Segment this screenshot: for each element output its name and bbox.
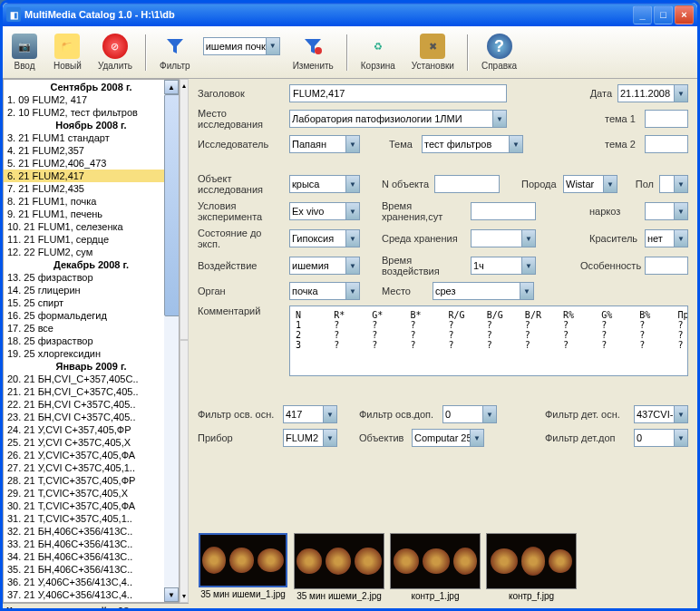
thumbnail[interactable]: 35 мин ишеми_1.jpg: [198, 533, 288, 601]
tree-item[interactable]: 15. 25 спирт: [4, 296, 179, 309]
field-acttime[interactable]: 1ч▼: [471, 257, 536, 275]
tree-item[interactable]: 11. 21 FLUM1, сердце: [4, 233, 179, 246]
field-sex[interactable]: ▼: [659, 175, 688, 193]
label-place: Место исследования: [198, 108, 284, 130]
scroll-down-icon[interactable]: ▼: [164, 587, 179, 602]
tree-item[interactable]: 3. 21 FLUM1 стандарт: [4, 131, 179, 144]
field-device[interactable]: FLUM2▼: [283, 429, 337, 447]
scroll-thumb[interactable]: [164, 94, 179, 316]
toolbar-modify-button[interactable]: Изменить: [289, 32, 337, 73]
tree-item[interactable]: 12. 22 FLUM2, сум: [4, 246, 179, 258]
field-storetime[interactable]: [471, 202, 536, 220]
label-fltd-add: Фильтр дет.доп: [545, 432, 628, 443]
tree-item[interactable]: 30. 21 Т,CVIC+357C,405,ФА: [4, 499, 179, 512]
label-device: Прибор: [198, 432, 277, 443]
tree-item[interactable]: 27. 21 У,CVI C+357C,405,1..: [4, 461, 179, 474]
field-objective[interactable]: Computar 25▼: [412, 429, 484, 447]
tree-item[interactable]: 28. 21 Т,CVIC+357C,405,ФР: [4, 474, 179, 487]
tree-item[interactable]: 22. 21 БН,CVI C+357C,405..: [4, 398, 179, 411]
tree-item[interactable]: 34. 21 БН,406С+356/413С..: [4, 550, 179, 563]
field-fltd-add[interactable]: 0▼: [634, 429, 688, 447]
tree-item[interactable]: 7. 21 FLUM2,435: [4, 182, 179, 195]
scroll-up-icon[interactable]: ▲: [164, 80, 179, 94]
thumbnail-strip: 35 мин ишеми_1.jpg35 мин ишеми_2.jpgконт…: [198, 529, 688, 605]
field-placeorg[interactable]: срез▼: [433, 282, 534, 300]
toolbar-delete-button[interactable]: ⊘ Удалить: [94, 32, 136, 73]
field-investigator[interactable]: Папаян▼: [289, 135, 360, 153]
field-date[interactable]: 21.11.2008▼: [617, 84, 688, 102]
field-flt-main[interactable]: 417▼: [283, 405, 337, 423]
tree-item[interactable]: 21. 21 БН,CVI_C+357C,405..: [4, 385, 179, 398]
field-theme2[interactable]: [645, 135, 688, 153]
tree-item[interactable]: 33. 21 БН,406С+356/413С..: [4, 538, 179, 550]
field-feature[interactable]: [645, 257, 688, 275]
label-state: Состояние до эксп.: [198, 228, 284, 249]
field-place[interactable]: Лаборатория патофизиологии 1ЛМИ▼: [289, 110, 507, 128]
tree-item[interactable]: 36. 21 У,406С+356/413С,4..: [4, 576, 179, 588]
tree-item[interactable]: 24. 21 У,CVI C+357,405,ФР: [4, 423, 179, 436]
field-narcose[interactable]: ▼: [645, 202, 688, 220]
tree-item[interactable]: 13. 25 физраствор: [4, 271, 179, 284]
tree-item[interactable]: 18. 25 физраствор: [4, 335, 179, 347]
field-theme1[interactable]: [645, 110, 688, 128]
field-state[interactable]: Гипоксия▼: [289, 229, 360, 247]
label-medium: Среда хранения: [382, 233, 465, 244]
tree-item[interactable]: 4. 21 FLUM2,357: [4, 144, 179, 157]
tree-month-header: Январь 2009 г.: [4, 360, 179, 373]
field-nobject[interactable]: [434, 175, 500, 193]
funnel-edit-icon: [300, 34, 326, 59]
label-theme1: тема 1: [605, 113, 639, 124]
toolbar-bin-button[interactable]: ♻ Корзина: [357, 32, 399, 73]
field-cond[interactable]: Ex vivo▼: [289, 202, 360, 220]
field-flt-add[interactable]: 0▼: [442, 405, 497, 423]
field-comment[interactable]: N R* G* B* R/G B/G B/R R% G% B% Примечан…: [289, 306, 688, 376]
minimize-button[interactable]: _: [633, 5, 652, 24]
field-object[interactable]: крыса▼: [289, 175, 360, 193]
filter-combo[interactable]: ишемия почки▼: [203, 37, 280, 55]
thumbnail[interactable]: 35 мин ишеми_2.jpg: [294, 533, 384, 601]
toolbar-settings-button[interactable]: ✖ Установки: [408, 32, 458, 73]
toolbar-filter-button[interactable]: Фильтр: [156, 32, 194, 73]
field-action[interactable]: ишемия▼: [289, 257, 360, 275]
thumbnail-caption: 35 мин ишеми_2.jpg: [297, 591, 382, 601]
tree-item[interactable]: 14. 25 глицерин: [4, 284, 179, 296]
list-nav-arrows[interactable]: ▴▾: [180, 79, 189, 603]
maximize-button[interactable]: □: [654, 5, 673, 24]
toolbar-new-button[interactable]: 📁 Новый: [50, 32, 85, 73]
field-breed[interactable]: Wistar▼: [563, 175, 617, 193]
tree-item[interactable]: 31. 21 Т,CVIC+357C,405,1..: [4, 512, 179, 525]
tree-item[interactable]: 17. 25 все: [4, 322, 179, 335]
thumbnail-image: [390, 533, 481, 589]
field-theme[interactable]: тест фильтров▼: [422, 135, 523, 153]
field-title[interactable]: FLUM2,417: [289, 84, 507, 102]
tree-item[interactable]: 2. 10 FLUM2, тест фильтров: [4, 106, 179, 119]
tree-item[interactable]: 26. 21 У,CVIC+357C,405,ФА: [4, 449, 179, 461]
thumbnail-caption: контр_f.jpg: [509, 591, 554, 601]
tree-item[interactable]: 25. 21 У,CVI C+357C,405,Х: [4, 436, 179, 449]
tree-item[interactable]: 1. 09 FLUM2, 417: [4, 93, 179, 106]
tree-item[interactable]: 20. 21 БН,CVI_C+357,405C..: [4, 373, 179, 385]
tree-item[interactable]: 37. 21 У,406С+356/413С,4..: [4, 588, 179, 601]
tree-item[interactable]: 19. 25 хлоргексидин: [4, 347, 179, 360]
tree-item[interactable]: 32. 21 БН,406С+356/413С..: [4, 525, 179, 538]
toolbar-input-button[interactable]: 📷 Ввод: [8, 32, 41, 73]
field-dye[interactable]: нет▼: [645, 229, 688, 247]
tree-item[interactable]: 29. 21 Т,CVIC+357C,405,Х: [4, 487, 179, 499]
tree-item[interactable]: 5. 21 FLUM2,406_473: [4, 157, 179, 170]
field-medium[interactable]: ▼: [471, 229, 536, 247]
tree-item[interactable]: 6. 21 FLUM2,417: [4, 170, 179, 182]
field-organ[interactable]: почка▼: [289, 282, 360, 300]
tree-item[interactable]: 16. 25 формальдегид: [4, 309, 179, 322]
thumbnail[interactable]: контр_f.jpg: [486, 533, 577, 601]
tree-item[interactable]: 23. 21 БН,CVI C+357C,405..: [4, 411, 179, 423]
tree-item[interactable]: 10. 21 FLUM1, селезенка: [4, 220, 179, 233]
thumbnail[interactable]: контр_1.jpg: [390, 533, 481, 601]
field-fltd-main[interactable]: 437CVI-K▼: [634, 405, 688, 423]
tree-item[interactable]: 9. 21 FLUM1, печень: [4, 208, 179, 220]
close-button[interactable]: ×: [675, 5, 694, 24]
toolbar-help-button[interactable]: ? Справка: [478, 32, 520, 73]
scrollbar[interactable]: ▲ ▼: [164, 80, 179, 602]
window-title: MultiMedia Catalog 1.0 - H:\1\db: [24, 9, 633, 20]
tree-item[interactable]: 8. 21 FLUM1, почка: [4, 195, 179, 208]
tree-item[interactable]: 35. 21 БН,406С+356/413С..: [4, 563, 179, 576]
